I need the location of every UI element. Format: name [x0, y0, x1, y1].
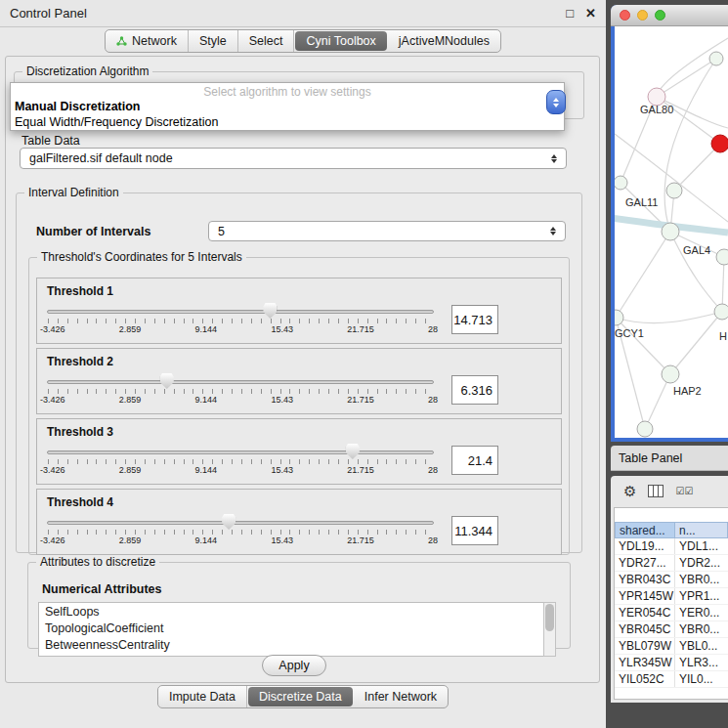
network-node[interactable] — [709, 52, 723, 65]
network-node[interactable] — [666, 183, 682, 198]
numerical-attributes-list[interactable]: SelfLoopsTopologicalCoefficientBetweenne… — [38, 602, 556, 657]
bottom-tab-discretize-data[interactable]: Discretize Data — [248, 687, 353, 707]
network-node-h[interactable] — [714, 304, 728, 320]
table-row[interactable]: YBR045CYBR0... — [615, 621, 728, 638]
network-edge — [657, 38, 728, 97]
slider-track[interactable] — [47, 380, 434, 384]
table-row[interactable]: YLR345WYLR3... — [615, 655, 728, 671]
slider-thumb[interactable] — [222, 514, 236, 530]
attribute-list-item[interactable]: TopologicalCoefficient — [39, 621, 555, 637]
scrollbar-thumb[interactable] — [545, 604, 554, 631]
network-node-label: GAL4 — [683, 244, 710, 256]
scale-label: 2.859 — [119, 395, 142, 405]
number-of-intervals-combobox[interactable]: 5 — [208, 221, 566, 241]
tab-cyni-toolbox[interactable]: Cyni Toolbox — [295, 31, 386, 51]
table-row[interactable]: YDL19...YDL1... — [615, 538, 728, 555]
bottom-tab-infer-network[interactable]: Infer Network — [354, 686, 448, 707]
tab-select[interactable]: Select — [238, 30, 295, 52]
network-node[interactable] — [711, 135, 728, 152]
threshold-value-field[interactable]: 11.344 — [451, 516, 498, 545]
bottom-tab-impute-data[interactable]: Impute Data — [158, 686, 247, 707]
network-node[interactable] — [637, 421, 653, 437]
table-cell-name: YER0... — [675, 605, 728, 621]
scale-label: 28 — [428, 465, 438, 475]
threshold-value-field[interactable]: 14.713 — [451, 305, 498, 334]
scale-label: 15.43 — [271, 395, 293, 405]
table-row[interactable]: YIL052CYIL0... — [615, 671, 728, 688]
threshold-value-field[interactable]: 6.316 — [451, 375, 498, 405]
table-row[interactable]: YBL079WYBL0... — [615, 638, 728, 655]
number-of-intervals-label: Number of Intervals — [36, 225, 150, 238]
slider-track[interactable] — [47, 521, 434, 525]
select-columns-icon[interactable]: ☑☑ — [675, 486, 693, 496]
scale-label: 21.715 — [347, 324, 374, 334]
threshold-panel: Threshold 3-3.4262.8599.14415.4321.71528… — [36, 418, 562, 485]
attributes-scrollbar[interactable] — [543, 602, 556, 657]
popup-option-equal-width-frequency[interactable]: Equal Width/Frequency Discretization — [11, 114, 564, 130]
threshold-slider[interactable]: -3.4262.8599.14415.4321.71528 — [47, 509, 434, 552]
threshold-panel: Threshold 1-3.4262.8599.14415.4321.71528… — [36, 278, 562, 344]
threshold-slider[interactable]: -3.4262.8599.14415.4321.71528 — [47, 298, 434, 341]
zoom-traffic-light-icon[interactable] — [655, 10, 665, 21]
top-tabs: NetworkStyleSelectCyni ToolboxjActiveMNo… — [105, 29, 501, 53]
minimize-traffic-light-icon[interactable] — [637, 10, 648, 21]
network-node-gcy1[interactable] — [615, 310, 623, 325]
tab-style[interactable]: Style — [189, 30, 238, 52]
slider-track[interactable] — [47, 310, 434, 314]
algorithm-combo-stepper-button[interactable] — [546, 90, 566, 114]
tab-label: Select — [249, 34, 283, 48]
close-traffic-light-icon[interactable] — [620, 10, 630, 21]
network-node-gal4[interactable] — [662, 223, 679, 240]
threshold-label: Threshold 3 — [37, 419, 561, 439]
scale-label: -3.426 — [40, 324, 65, 334]
slider-thumb[interactable] — [263, 303, 277, 319]
column-header-shared-name[interactable]: shared... — [615, 522, 675, 538]
threshold-slider[interactable]: -3.4262.8599.14415.4321.71528 — [47, 439, 434, 482]
slider-ticks — [48, 319, 433, 323]
scale-label: 28 — [428, 535, 438, 545]
network-view-window: GAL80GAL11GAL4GCY1HHAP2 — [611, 5, 728, 442]
tab-label: jActiveMNodules — [399, 34, 490, 48]
attribute-list-item[interactable]: SelfLoops — [39, 604, 555, 621]
apply-button[interactable]: Apply — [262, 655, 326, 676]
scale-label: -3.426 — [40, 395, 65, 405]
control-panel-title: Control Panel — [10, 6, 566, 21]
tab-label: Discretize Data — [259, 690, 342, 704]
tab-label: Style — [199, 34, 227, 48]
network-node[interactable] — [716, 249, 728, 265]
threshold-row: -3.4262.8599.14415.4321.7152811.344 — [37, 509, 561, 552]
float-window-icon[interactable]: □ — [566, 6, 574, 21]
scale-label: 15.43 — [271, 465, 293, 475]
table-row[interactable]: YBR043CYBR0... — [615, 572, 728, 588]
scale-label: 15.43 — [271, 324, 293, 334]
gear-icon[interactable]: ⚙ — [623, 484, 636, 498]
network-node-hap2[interactable] — [662, 365, 679, 383]
tab-jactivemnodules[interactable]: jActiveMNodules — [388, 30, 500, 52]
slider-track[interactable] — [47, 450, 434, 454]
network-node-label: HAP2 — [673, 385, 702, 397]
table-data-combobox[interactable]: galFiltered.sif default node — [20, 148, 567, 169]
table-body: YDL19...YDL1...YDR27...YDR2...YBR043CYBR… — [615, 538, 728, 688]
top-tabstrip: NetworkStyleSelectCyni ToolboxjActiveMNo… — [0, 29, 606, 53]
threshold-value-field[interactable]: 21.4 — [451, 446, 498, 475]
network-canvas[interactable]: GAL80GAL11GAL4GCY1HHAP2 — [615, 26, 728, 438]
number-of-intervals-value: 5 — [218, 225, 225, 238]
columns-icon[interactable] — [648, 485, 664, 497]
network-node-gal11[interactable] — [615, 176, 627, 190]
table-row[interactable]: YDR27...YDR2... — [615, 555, 728, 572]
attribute-list-item[interactable]: BetweennessCentrality — [39, 637, 555, 654]
slider-thumb[interactable] — [160, 373, 174, 389]
tab-network[interactable]: Network — [106, 30, 189, 52]
column-header-name[interactable]: n... — [675, 522, 728, 538]
slider-thumb[interactable] — [346, 444, 360, 459]
table-row[interactable]: YER054CYER0... — [615, 605, 728, 621]
scale-label: 9.144 — [195, 324, 218, 334]
popup-option-manual-discretization[interactable]: Manual Discretization — [11, 99, 564, 114]
table-row[interactable]: YPR145WYPR1... — [615, 588, 728, 605]
threshold-slider[interactable]: -3.4262.8599.14415.4321.71528 — [47, 368, 434, 411]
slider-scale-labels: -3.4262.8599.14415.4321.71528 — [40, 395, 438, 405]
threshold-panel: Threshold 2-3.4262.8599.14415.4321.71528… — [36, 348, 562, 414]
attributes-group: Attributes to discretize Numerical Attri… — [27, 555, 571, 649]
close-window-icon[interactable]: ✕ — [585, 6, 596, 21]
tab-label: Infer Network — [364, 690, 437, 704]
